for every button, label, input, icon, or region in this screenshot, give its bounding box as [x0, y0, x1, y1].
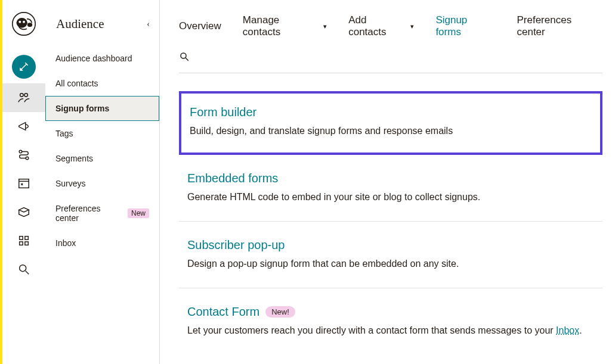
tab-label: Add contacts	[348, 14, 407, 38]
sidebar-item-label: Segments	[55, 154, 93, 163]
new-badge: New	[128, 209, 149, 218]
sidebar-item-signup-forms[interactable]: Signup forms	[45, 96, 159, 121]
card-title[interactable]: Form builder	[190, 105, 256, 119]
inbox-link[interactable]: Inbox	[556, 325, 579, 335]
tab-signup-forms[interactable]: Signup forms	[435, 14, 495, 38]
tab-overview[interactable]: Overview	[179, 20, 221, 32]
svg-point-15	[181, 53, 186, 58]
sidebar-item-label: Tags	[55, 129, 73, 138]
svg-rect-10	[20, 237, 23, 240]
rail-campaigns-icon[interactable]	[2, 112, 45, 141]
rail-audience-icon[interactable]	[2, 83, 45, 112]
svg-point-8	[26, 157, 29, 160]
card-form-builder[interactable]: Form builder Build, design, and translat…	[179, 91, 602, 155]
svg-point-3	[23, 21, 25, 23]
tab-manage-contacts[interactable]: Manage contacts▾	[243, 14, 327, 38]
sidebar-item-label: Signup forms	[55, 104, 109, 113]
tab-label: Preferences center	[517, 14, 602, 38]
rail-website-icon[interactable]	[2, 169, 45, 198]
sidebar-item-label: Inbox	[55, 238, 76, 248]
sidebar-item-tags[interactable]: Tags	[45, 121, 159, 146]
sidebar-item-dashboard[interactable]: Audience dashboard	[45, 46, 159, 71]
tab-add-contacts[interactable]: Add contacts▾	[348, 14, 414, 38]
card-title[interactable]: Embedded forms	[187, 172, 278, 185]
sidebar-item-preferences[interactable]: Preferences center New	[45, 196, 159, 231]
card-title[interactable]: Contact Form New!	[187, 305, 295, 319]
svg-point-2	[18, 21, 21, 23]
svg-rect-12	[20, 242, 23, 245]
card-contact-form[interactable]: Contact Form New! Let your customers rea…	[179, 288, 602, 354]
sidebar-item-label: Surveys	[55, 179, 86, 188]
tab-preferences-center[interactable]: Preferences center	[517, 14, 602, 38]
sidebar-item-label: All contacts	[55, 79, 98, 88]
svg-point-14	[20, 265, 26, 272]
search-icon[interactable]	[179, 54, 190, 64]
tab-label: Manage contacts	[243, 14, 320, 38]
chevron-down-icon: ▾	[323, 23, 327, 30]
rail-automations-icon[interactable]	[2, 141, 45, 169]
svg-point-4	[27, 23, 32, 27]
sidebar-item-label: Audience dashboard	[55, 54, 132, 63]
sidebar-title: Audience	[56, 17, 104, 32]
sidebar-item-contacts[interactable]: All contacts	[45, 71, 159, 96]
collapse-sidebar-icon[interactable]: ‹	[147, 20, 150, 29]
card-description: Generate HTML code to embed in your site…	[187, 190, 594, 204]
sidebar-item-label: Preferences center	[55, 204, 124, 223]
chevron-down-icon: ▾	[410, 23, 414, 30]
svg-point-7	[19, 150, 22, 153]
sidebar-item-inbox[interactable]: Inbox	[45, 231, 159, 256]
tab-label: Overview	[179, 20, 221, 32]
card-description: Build, design, and translate signup form…	[190, 124, 592, 138]
card-subscriber-popup[interactable]: Subscriber pop-up Design a pop-up signup…	[179, 222, 602, 288]
svg-point-1	[17, 18, 27, 28]
card-description: Let your customers reach you directly wi…	[187, 323, 594, 338]
sidebar-nav: Audience dashboard All contacts Signup f…	[45, 46, 159, 256]
sidebar-header: Audience ‹	[45, 0, 159, 46]
svg-rect-9	[19, 179, 29, 188]
cards-list: Form builder Build, design, and translat…	[179, 91, 602, 354]
new-badge: New!	[265, 306, 295, 318]
svg-point-6	[24, 94, 27, 97]
svg-rect-11	[25, 237, 29, 240]
brand-logo[interactable]	[11, 11, 37, 37]
search-row	[179, 51, 602, 73]
sidebar: Audience ‹ Audience dashboard All contac…	[45, 0, 160, 364]
create-button[interactable]	[12, 55, 36, 79]
card-description: Design a pop-up signup form that can be …	[187, 257, 594, 271]
sidebar-item-segments[interactable]: Segments	[45, 146, 159, 171]
rail-search-icon[interactable]	[2, 255, 45, 284]
tab-label: Signup forms	[435, 14, 495, 38]
sidebar-item-surveys[interactable]: Surveys	[45, 171, 159, 196]
svg-point-5	[20, 94, 24, 97]
card-embedded-forms[interactable]: Embedded forms Generate HTML code to emb…	[179, 155, 602, 222]
rail-content-icon[interactable]	[2, 198, 45, 226]
card-title[interactable]: Subscriber pop-up	[187, 238, 285, 252]
svg-rect-13	[25, 242, 29, 245]
icon-rail	[2, 0, 45, 364]
rail-integrations-icon[interactable]	[2, 226, 45, 255]
tab-bar: Overview Manage contacts▾ Add contacts▾ …	[179, 14, 602, 38]
main-content: Overview Manage contacts▾ Add contacts▾ …	[160, 0, 612, 364]
